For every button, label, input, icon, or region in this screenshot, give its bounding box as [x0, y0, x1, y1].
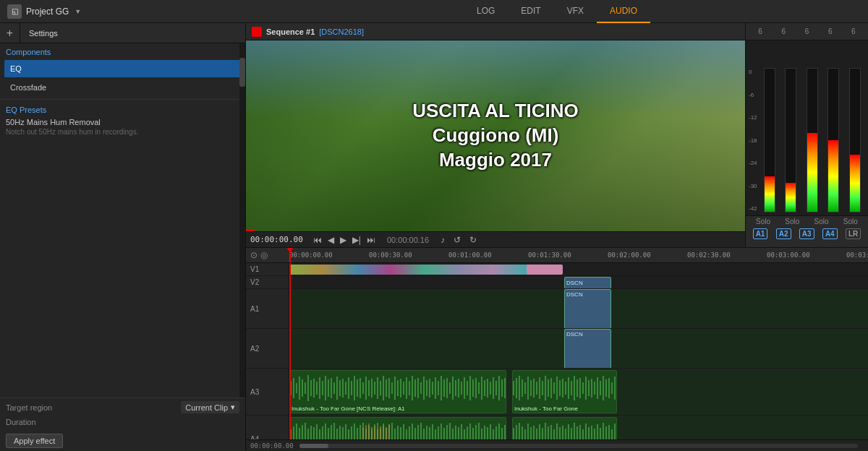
- svg-rect-44: [417, 378, 419, 398]
- svg-rect-38: [400, 379, 401, 398]
- svg-rect-104: [597, 377, 598, 399]
- svg-rect-198: [519, 423, 520, 439]
- a4-clip-2[interactable]: Inukshuk - Too Far Gone: [512, 417, 617, 439]
- channel-btn-a3[interactable]: A3: [799, 228, 814, 239]
- svg-rect-208: [548, 426, 549, 439]
- svg-rect-3: [299, 377, 300, 400]
- svg-rect-24: [359, 378, 361, 398]
- channel-btn-a1[interactable]: A1: [753, 228, 768, 239]
- transport-step-back[interactable]: ◀: [326, 235, 336, 245]
- channel-btn-a2[interactable]: A2: [776, 228, 791, 239]
- meter-fill-1: [765, 176, 775, 212]
- tab-log[interactable]: LOG: [464, 0, 508, 23]
- svg-rect-231: [614, 424, 616, 439]
- svg-rect-19: [345, 382, 346, 395]
- a3-clip-2[interactable]: Inukshuk - Too Far Gone: [512, 370, 617, 413]
- solo-label-4: Solo: [843, 218, 858, 226]
- panel-tab-settings[interactable]: Settings: [20, 23, 67, 43]
- tab-edit[interactable]: EDIT: [508, 0, 553, 23]
- channel-btn-lr[interactable]: LR: [846, 228, 861, 239]
- track-a4[interactable]: Inukshuk - Too Far Gone [NCS Release]: A…: [289, 416, 868, 439]
- svg-rect-188: [368, 424, 370, 439]
- target-region-dropdown[interactable]: Current Clip ▾: [181, 401, 239, 413]
- v1-clip-sequence[interactable]: [289, 265, 561, 275]
- playhead-triangle: [286, 247, 294, 253]
- left-panel: + Settings Components EQ Crossfade EQ Pr…: [0, 23, 246, 451]
- ruler-lock-icon[interactable]: ◎: [260, 250, 268, 260]
- meters-bars: 0 -6 -12 -18 -24 -30 -42: [746, 40, 868, 215]
- component-crossfade[interactable]: Crossfade: [4, 79, 241, 96]
- track-a2[interactable]: DSCN: [289, 329, 868, 369]
- waveform-icon[interactable]: ♪: [441, 235, 445, 245]
- svg-rect-102: [591, 379, 592, 398]
- channel-btn-a4[interactable]: A4: [822, 228, 838, 239]
- svg-rect-105: [600, 381, 601, 395]
- scroll-bar[interactable]: [239, 43, 245, 398]
- ruler-snap-icon[interactable]: ⊙: [250, 250, 258, 260]
- svg-rect-227: [603, 423, 604, 439]
- ruler-mark-1m: 00:01:00.00: [448, 252, 492, 259]
- center-right: Sequence #1 [DSCN2618] USCITA AL TICINO …: [246, 23, 868, 451]
- video-title-line1: USCITA AL TICINO: [412, 99, 579, 124]
- svg-rect-47: [426, 380, 427, 396]
- transport-go-start[interactable]: ⏮: [312, 235, 323, 245]
- track-a1[interactable]: DSCN: [289, 289, 868, 329]
- a4-waveform-2: [513, 419, 617, 439]
- component-eq[interactable]: EQ: [4, 60, 241, 77]
- svg-rect-201: [527, 424, 529, 439]
- meter-label-3: 6: [805, 27, 809, 35]
- settings-icon[interactable]: ↻: [469, 235, 477, 245]
- tab-vfx[interactable]: VFX: [554, 0, 597, 23]
- track-v1[interactable]: [289, 263, 868, 276]
- project-dropdown-arrow[interactable]: ▼: [75, 8, 81, 15]
- a3-clip-1[interactable]: Inukshuk - Too Far Gone [NCS Release]: A…: [289, 370, 506, 413]
- scroll-thumb[interactable]: [239, 58, 245, 87]
- video-title-line3: Maggio 2017: [412, 148, 579, 173]
- transport-play[interactable]: ▶: [339, 235, 348, 245]
- timeline-scroll-thumb[interactable]: [299, 444, 328, 448]
- track-label-a4: A4: [246, 416, 289, 439]
- loop-icon[interactable]: ↺: [454, 235, 461, 245]
- v2-clip-dscn[interactable]: DSCN: [564, 277, 611, 289]
- video-progress-bar: [246, 229, 255, 231]
- meter-label-4: 6: [828, 27, 833, 35]
- ruler-mark-3m30: 00:03:30.00: [846, 252, 868, 259]
- preset-name[interactable]: 50Hz Mains Hum Removal: [0, 116, 245, 127]
- a2-clip-label: DSCN: [565, 330, 610, 339]
- add-panel-tab-button[interactable]: +: [0, 23, 20, 43]
- apply-effect-button[interactable]: Apply effect: [6, 434, 63, 448]
- svg-rect-26: [365, 377, 367, 400]
- svg-rect-82: [533, 379, 535, 398]
- svg-rect-218: [576, 426, 578, 439]
- svg-rect-194: [386, 427, 387, 439]
- meter-label-5: 6: [851, 27, 856, 35]
- svg-rect-78: [522, 379, 523, 397]
- svg-rect-90: [556, 377, 558, 400]
- track-a3[interactable]: Inukshuk - Too Far Gone [NCS Release]: A…: [289, 369, 868, 416]
- svg-rect-96: [574, 376, 575, 400]
- main-content: + Settings Components EQ Crossfade EQ Pr…: [0, 23, 868, 451]
- meters-bottom: Solo Solo Solo Solo A1 A2 A3 A4 LR: [746, 215, 868, 247]
- svg-rect-76: [516, 378, 517, 398]
- meter-col-3: [802, 68, 822, 212]
- svg-rect-85: [542, 381, 543, 395]
- a1-clip-dscn[interactable]: DSCN: [564, 289, 611, 329]
- svg-rect-45: [420, 382, 422, 394]
- svg-rect-17: [339, 380, 341, 396]
- a4-clip-1[interactable]: Inukshuk - Too Far Gone [NCS Release]: A…: [289, 417, 506, 439]
- svg-rect-48: [429, 379, 430, 398]
- v1-clip-pink[interactable]: [527, 265, 563, 275]
- svg-rect-203: [533, 426, 535, 439]
- svg-rect-222: [588, 427, 590, 439]
- transport-go-end[interactable]: ⏭: [365, 235, 377, 245]
- sequence-file: [DSCN2618]: [319, 27, 364, 36]
- timeline-scroll-bar[interactable]: [299, 444, 858, 448]
- track-v2[interactable]: DSCN: [289, 276, 868, 289]
- svg-rect-214: [565, 429, 566, 439]
- a2-clip-dscn[interactable]: DSCN: [564, 329, 611, 369]
- svg-rect-99: [582, 382, 584, 394]
- tab-audio[interactable]: AUDIO: [597, 0, 650, 23]
- svg-rect-67: [484, 380, 485, 396]
- svg-rect-110: [614, 377, 616, 400]
- transport-step-forward[interactable]: ▶|: [351, 235, 362, 245]
